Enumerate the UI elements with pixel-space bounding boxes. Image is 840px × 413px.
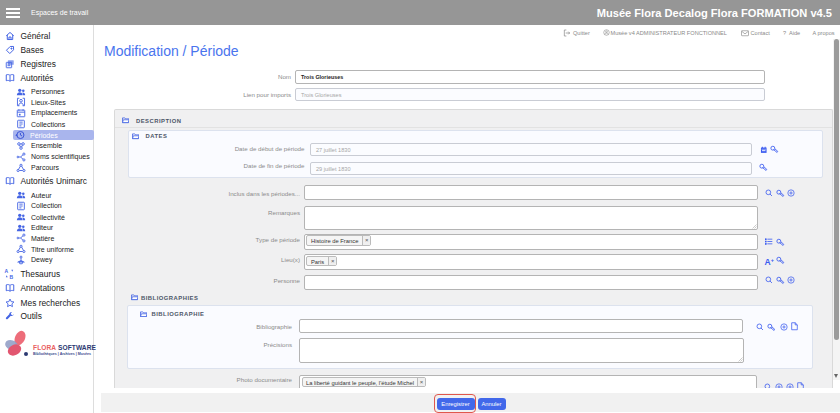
svg-text:A: A xyxy=(4,268,8,274)
svg-text:B: B xyxy=(10,274,14,279)
